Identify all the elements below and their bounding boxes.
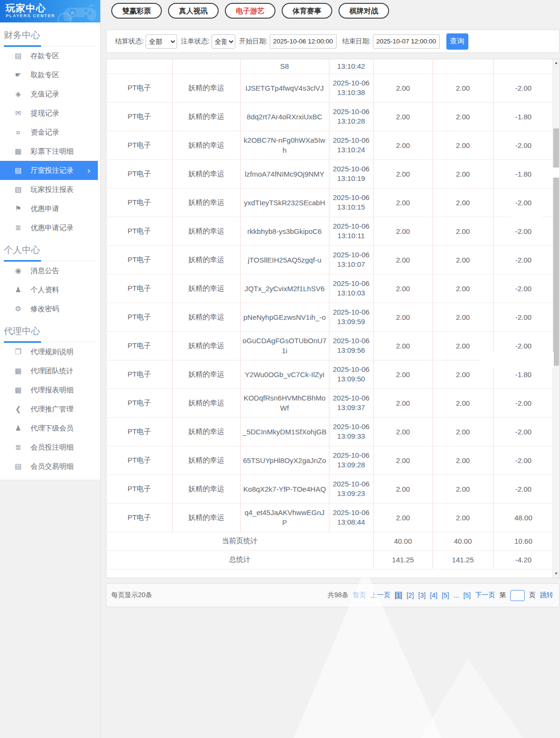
page-number-link[interactable]: [5] bbox=[442, 591, 449, 599]
tab-board[interactable]: 棋牌对战 bbox=[338, 3, 389, 19]
sidebar-section-title: 财务中心 bbox=[4, 29, 95, 46]
sidebar-item-withdraw[interactable]: ☛取款专区 bbox=[0, 65, 100, 84]
sidebar-item-label: 代理规则说明 bbox=[31, 348, 74, 357]
tab-sports[interactable]: 体育赛事 bbox=[282, 3, 332, 19]
sidebar-item-label: 优惠申请记录 bbox=[31, 223, 74, 232]
venue-cell: PT电子 bbox=[106, 331, 172, 360]
game-cell: 妖精的幸运 bbox=[172, 217, 240, 245]
sidebar-item-agent-promo-manage[interactable]: ❮代理推广管理 bbox=[0, 400, 100, 419]
scrollbar-thumb[interactable] bbox=[553, 128, 559, 366]
sidebar-item-recharge-record[interactable]: ◈充值记录 bbox=[0, 84, 100, 104]
tab-lottery[interactable]: 雙赢彩票 bbox=[111, 3, 162, 19]
overlay-patch bbox=[547, 168, 560, 178]
table-scrollbar[interactable]: ▲ ▼ bbox=[552, 59, 560, 578]
venue-cell: PT电子 bbox=[106, 503, 172, 532]
cell bbox=[433, 59, 493, 74]
game-cell: 妖精的幸运 bbox=[172, 188, 240, 217]
table-row: PT电子妖精的幸运_5DCInMkyDM1SfXohjGB2025-10-061… bbox=[106, 417, 552, 446]
sidebar-item-promo-apply[interactable]: ⚑优惠申请 bbox=[0, 199, 100, 218]
sidebar-item-lottery-bet-detail[interactable]: ▦彩票下注明细 bbox=[0, 142, 100, 161]
jump-page-input[interactable] bbox=[510, 590, 525, 601]
sidebar-item-profile[interactable]: ♟个人资料 bbox=[0, 280, 100, 299]
summary-profit: 10.60 bbox=[493, 532, 552, 550]
game-cell: 妖精的幸运 bbox=[172, 503, 240, 532]
next-page-link[interactable]: 下一页 bbox=[475, 591, 495, 600]
game-cell: 妖精的幸运 bbox=[172, 245, 240, 274]
time-text: 13:09:37 bbox=[330, 403, 372, 412]
venue-cell: PT电子 bbox=[106, 303, 172, 331]
bet-id-cell: IJSETGTp4fwqV4s3clVJ bbox=[240, 74, 329, 102]
venue-cell: PT电子 bbox=[106, 274, 172, 303]
time-text: 13:10:11 bbox=[330, 231, 372, 241]
date-text: 2025-10-06 bbox=[330, 508, 372, 517]
summary-valid-amount: 141.25 bbox=[433, 550, 493, 569]
sidebar-item-promo-apply-record[interactable]: ≣优惠申请记录 bbox=[0, 218, 100, 237]
sidebar-item-player-bet-report[interactable]: ▧玩家投注报表 bbox=[0, 180, 100, 199]
sidebar-item-agent-sub-members[interactable]: ♟代理下级会员 bbox=[0, 419, 100, 438]
bet-amount-cell: 2.00 bbox=[373, 102, 433, 131]
date-text: 2025-10-06 bbox=[330, 479, 372, 489]
funds-icon: ¤ bbox=[13, 128, 23, 137]
sidebar-item-hall-bet-record[interactable]: ▤厅室投注记录› bbox=[0, 161, 98, 180]
bet-id-cell: 65TSUYpHl8OyX2gaJnZo bbox=[240, 446, 329, 474]
search-button[interactable]: 查询 bbox=[446, 33, 468, 50]
datetime-cell: 2025-10-0613:10:11 bbox=[329, 217, 373, 245]
game-cell: 妖精的幸运 bbox=[172, 159, 240, 188]
report-chart-icon: ▧ bbox=[13, 185, 23, 194]
sidebar-item-change-password[interactable]: ⚙修改密码 bbox=[0, 299, 100, 318]
datetime-cell: 2025-10-0613:10:03 bbox=[329, 274, 373, 303]
table-row: PT电子妖精的幸运8dq2rt7Ar4oRXrxiUxBC2025-10-061… bbox=[106, 102, 552, 131]
valid-amount-cell: 2.00 bbox=[433, 131, 493, 159]
last-page-link[interactable]: [5] bbox=[463, 591, 471, 599]
scrollbar-down-arrow-icon[interactable]: ▼ bbox=[553, 570, 560, 578]
sidebar-item-deposit[interactable]: ▤存款专区 bbox=[0, 46, 100, 65]
sidebar-item-funds-record[interactable]: ¤资金记录 bbox=[0, 123, 100, 142]
summary-profit: -4.20 bbox=[493, 550, 552, 569]
sidebar-item-member-trade-detail[interactable]: ▤会员交易明细 bbox=[0, 457, 100, 476]
page-summary-row: 当前页统计40.0040.0010.60 bbox=[106, 532, 552, 550]
sidebar-item-label: 彩票下注明细 bbox=[31, 147, 74, 156]
sidebar-item-agent-report-detail[interactable]: ▦代理报表明细 bbox=[0, 380, 100, 400]
profit-cell: -2.00 bbox=[493, 274, 552, 303]
profit-cell: -2.00 bbox=[493, 74, 552, 102]
game-cell: 妖精的幸运 bbox=[172, 389, 240, 417]
tab-egame[interactable]: 电子游艺 bbox=[225, 3, 275, 19]
time-text: 13:10:24 bbox=[330, 145, 372, 155]
settle-status-select[interactable]: 全部 bbox=[146, 34, 177, 49]
sidebar-item-agent-team-stats[interactable]: ▦代理团队统计 bbox=[0, 361, 100, 380]
profit-cell: -2.00 bbox=[493, 303, 552, 331]
sidebar-item-agent-rules[interactable]: ❐代理规则说明 bbox=[0, 342, 100, 361]
summary-bet-amount: 141.25 bbox=[373, 550, 433, 569]
venue-cell: PT电子 bbox=[106, 102, 172, 131]
tab-live[interactable]: 真人视讯 bbox=[168, 3, 219, 19]
end-date-input[interactable] bbox=[373, 34, 440, 49]
scrollbar-up-arrow-icon[interactable]: ▲ bbox=[553, 59, 560, 67]
bet-id-cell: Ko8qX2k7-YfP-TOe4HAQ bbox=[240, 474, 329, 503]
start-date-input[interactable] bbox=[270, 34, 337, 49]
summary-valid-amount: 40.00 bbox=[433, 532, 493, 550]
table-row: PT电子妖精的幸运q4_et45JaAKVhwwEGnJP2025-10-061… bbox=[106, 503, 552, 532]
jump-action-link[interactable]: 跳转 bbox=[540, 591, 553, 600]
time-text: 13:09:33 bbox=[330, 432, 372, 441]
table-row: PT电子妖精的幸运yxdTIeyTSkR232SEcabH2025-10-061… bbox=[106, 188, 552, 217]
datetime-cell: 2025-10-0613:09:50 bbox=[329, 360, 373, 389]
bet-amount-cell: 2.00 bbox=[373, 131, 433, 159]
date-text: 2025-10-06 bbox=[330, 451, 372, 460]
report-detail-icon: ▦ bbox=[13, 386, 23, 394]
date-text: 2025-10-06 bbox=[330, 78, 372, 88]
overlay-patch bbox=[512, 209, 542, 223]
share-icon: ❮ bbox=[13, 405, 23, 413]
sidebar-sections: 财务中心▤存款专区☛取款专区◈充值记录✉提现记录¤资金记录▦彩票下注明细▤厅室投… bbox=[0, 29, 100, 476]
sidebar-item-messages[interactable]: ◉消息公告 bbox=[0, 261, 100, 280]
game-cell: 妖精的幸运 bbox=[172, 331, 240, 360]
order-status-select[interactable]: 全部 bbox=[211, 34, 235, 49]
time-text: 13:09:23 bbox=[330, 489, 372, 498]
datetime-cell: 2025-10-0613:09:33 bbox=[329, 417, 373, 446]
valid-amount-cell: 2.00 bbox=[433, 159, 493, 188]
datetime-cell: 2025-10-0613:10:19 bbox=[329, 159, 373, 188]
sidebar-item-withdrawal-record[interactable]: ✉提现记录 bbox=[0, 104, 100, 123]
bet-amount-cell: 2.00 bbox=[373, 474, 433, 503]
sidebar-item-member-bet-detail[interactable]: ≣会员投注明细 bbox=[0, 438, 100, 457]
sidebar-item-label: 玩家投注报表 bbox=[31, 185, 74, 194]
table-row: PT电子妖精的幸运pNeNyhpGEzwsNV1ih_-o2025-10-061… bbox=[106, 303, 552, 331]
